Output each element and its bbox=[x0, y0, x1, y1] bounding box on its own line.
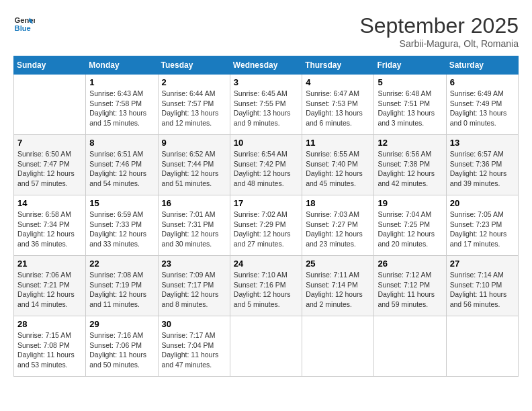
day-number: 26 bbox=[378, 259, 442, 269]
day-info: Sunrise: 6:55 AMSunset: 7:40 PMDaylight:… bbox=[306, 149, 370, 189]
calendar-week-row: 21Sunrise: 7:06 AMSunset: 7:21 PMDayligh… bbox=[14, 256, 519, 316]
day-number: 11 bbox=[306, 138, 370, 148]
day-info: Sunrise: 7:11 AMSunset: 7:14 PMDaylight:… bbox=[306, 270, 370, 310]
calendar-cell: 18Sunrise: 7:03 AMSunset: 7:27 PMDayligh… bbox=[302, 195, 374, 256]
day-number: 25 bbox=[306, 259, 370, 269]
calendar-week-row: 1Sunrise: 6:43 AMSunset: 7:58 PMDaylight… bbox=[14, 75, 519, 135]
calendar-cell: 14Sunrise: 6:58 AMSunset: 7:34 PMDayligh… bbox=[14, 195, 86, 256]
day-info: Sunrise: 7:08 AMSunset: 7:19 PMDaylight:… bbox=[89, 270, 154, 310]
day-info: Sunrise: 7:10 AMSunset: 7:16 PMDaylight:… bbox=[234, 270, 298, 310]
day-info: Sunrise: 6:58 AMSunset: 7:34 PMDaylight:… bbox=[17, 210, 82, 249]
day-info: Sunrise: 7:17 AMSunset: 7:04 PMDaylight:… bbox=[162, 330, 226, 370]
calendar-cell: 4Sunrise: 6:47 AMSunset: 7:53 PMDaylight… bbox=[302, 75, 374, 135]
calendar-cell: 30Sunrise: 7:17 AMSunset: 7:04 PMDayligh… bbox=[158, 316, 230, 377]
day-info: Sunrise: 7:16 AMSunset: 7:06 PMDaylight:… bbox=[89, 330, 154, 370]
calendar-cell: 12Sunrise: 6:56 AMSunset: 7:38 PMDayligh… bbox=[374, 135, 446, 195]
header-friday: Friday bbox=[374, 56, 446, 75]
calendar-cell: 23Sunrise: 7:09 AMSunset: 7:17 PMDayligh… bbox=[158, 256, 230, 316]
header-monday: Monday bbox=[86, 56, 158, 75]
calendar-cell: 7Sunrise: 6:50 AMSunset: 7:47 PMDaylight… bbox=[14, 135, 86, 195]
day-number: 12 bbox=[378, 138, 442, 148]
calendar-cell bbox=[230, 316, 302, 377]
day-info: Sunrise: 7:05 AMSunset: 7:23 PMDaylight:… bbox=[450, 210, 515, 249]
day-info: Sunrise: 6:43 AMSunset: 7:58 PMDaylight:… bbox=[89, 89, 154, 128]
calendar-cell bbox=[374, 316, 446, 377]
day-number: 9 bbox=[162, 138, 226, 148]
calendar-cell: 3Sunrise: 6:45 AMSunset: 7:55 PMDaylight… bbox=[230, 75, 302, 135]
calendar-cell: 16Sunrise: 7:01 AMSunset: 7:31 PMDayligh… bbox=[158, 195, 230, 256]
day-number: 14 bbox=[17, 198, 82, 208]
calendar-cell: 19Sunrise: 7:04 AMSunset: 7:25 PMDayligh… bbox=[374, 195, 446, 256]
calendar-cell bbox=[302, 316, 374, 377]
day-number: 18 bbox=[306, 198, 370, 208]
day-info: Sunrise: 6:47 AMSunset: 7:53 PMDaylight:… bbox=[306, 89, 370, 128]
calendar-cell: 1Sunrise: 6:43 AMSunset: 7:58 PMDaylight… bbox=[86, 75, 158, 135]
day-info: Sunrise: 7:03 AMSunset: 7:27 PMDaylight:… bbox=[306, 210, 370, 249]
header-wednesday: Wednesday bbox=[230, 56, 302, 75]
day-number: 6 bbox=[450, 77, 515, 87]
header-sunday: Sunday bbox=[14, 56, 86, 75]
calendar-cell: 25Sunrise: 7:11 AMSunset: 7:14 PMDayligh… bbox=[302, 256, 374, 316]
calendar-cell: 29Sunrise: 7:16 AMSunset: 7:06 PMDayligh… bbox=[86, 316, 158, 377]
logo-icon: General Blue bbox=[13, 13, 35, 35]
calendar-cell: 15Sunrise: 6:59 AMSunset: 7:33 PMDayligh… bbox=[86, 195, 158, 256]
day-info: Sunrise: 6:54 AMSunset: 7:42 PMDaylight:… bbox=[234, 149, 298, 189]
day-number: 19 bbox=[378, 198, 442, 208]
day-number: 4 bbox=[306, 77, 370, 87]
day-number: 15 bbox=[89, 198, 154, 208]
day-number: 3 bbox=[234, 77, 298, 87]
calendar-cell: 17Sunrise: 7:02 AMSunset: 7:29 PMDayligh… bbox=[230, 195, 302, 256]
calendar-cell: 21Sunrise: 7:06 AMSunset: 7:21 PMDayligh… bbox=[14, 256, 86, 316]
day-info: Sunrise: 6:59 AMSunset: 7:33 PMDaylight:… bbox=[89, 210, 154, 249]
day-number: 16 bbox=[162, 198, 226, 208]
day-info: Sunrise: 7:04 AMSunset: 7:25 PMDaylight:… bbox=[378, 210, 442, 249]
day-info: Sunrise: 6:51 AMSunset: 7:46 PMDaylight:… bbox=[89, 149, 154, 189]
calendar-cell: 22Sunrise: 7:08 AMSunset: 7:19 PMDayligh… bbox=[86, 256, 158, 316]
calendar-cell: 28Sunrise: 7:15 AMSunset: 7:08 PMDayligh… bbox=[14, 316, 86, 377]
day-info: Sunrise: 6:44 AMSunset: 7:57 PMDaylight:… bbox=[162, 89, 226, 128]
day-number: 30 bbox=[162, 319, 226, 329]
day-number: 21 bbox=[17, 259, 82, 269]
day-number: 5 bbox=[378, 77, 442, 87]
day-info: Sunrise: 6:49 AMSunset: 7:49 PMDaylight:… bbox=[450, 89, 515, 128]
calendar-cell: 2Sunrise: 6:44 AMSunset: 7:57 PMDaylight… bbox=[158, 75, 230, 135]
calendar-week-row: 14Sunrise: 6:58 AMSunset: 7:34 PMDayligh… bbox=[14, 195, 519, 256]
day-number: 2 bbox=[162, 77, 226, 87]
calendar-cell: 10Sunrise: 6:54 AMSunset: 7:42 PMDayligh… bbox=[230, 135, 302, 195]
day-info: Sunrise: 7:12 AMSunset: 7:12 PMDaylight:… bbox=[378, 270, 442, 310]
calendar-cell bbox=[446, 316, 518, 377]
calendar-cell: 5Sunrise: 6:48 AMSunset: 7:51 PMDaylight… bbox=[374, 75, 446, 135]
calendar-cell: 8Sunrise: 6:51 AMSunset: 7:46 PMDaylight… bbox=[86, 135, 158, 195]
day-info: Sunrise: 6:57 AMSunset: 7:36 PMDaylight:… bbox=[450, 149, 515, 189]
day-info: Sunrise: 6:45 AMSunset: 7:55 PMDaylight:… bbox=[234, 89, 298, 128]
day-info: Sunrise: 7:06 AMSunset: 7:21 PMDaylight:… bbox=[17, 270, 82, 310]
logo: General Blue bbox=[13, 13, 35, 35]
calendar-cell bbox=[14, 75, 86, 135]
day-info: Sunrise: 7:09 AMSunset: 7:17 PMDaylight:… bbox=[162, 270, 226, 310]
day-info: Sunrise: 6:48 AMSunset: 7:51 PMDaylight:… bbox=[378, 89, 442, 128]
calendar-week-row: 28Sunrise: 7:15 AMSunset: 7:08 PMDayligh… bbox=[14, 316, 519, 377]
day-info: Sunrise: 7:15 AMSunset: 7:08 PMDaylight:… bbox=[17, 330, 82, 370]
day-number: 7 bbox=[17, 138, 82, 148]
day-number: 27 bbox=[450, 259, 515, 269]
calendar-header-row: SundayMondayTuesdayWednesdayThursdayFrid… bbox=[14, 56, 519, 75]
calendar-cell: 11Sunrise: 6:55 AMSunset: 7:40 PMDayligh… bbox=[302, 135, 374, 195]
day-number: 23 bbox=[162, 259, 226, 269]
day-number: 22 bbox=[89, 259, 154, 269]
month-title: September 2025 bbox=[359, 13, 519, 38]
header: General Blue September 2025 Sarbii-Magur… bbox=[13, 13, 519, 49]
day-number: 17 bbox=[234, 198, 298, 208]
calendar-cell: 20Sunrise: 7:05 AMSunset: 7:23 PMDayligh… bbox=[446, 195, 518, 256]
day-number: 1 bbox=[89, 77, 154, 87]
title-area: September 2025 Sarbii-Magura, Olt, Roman… bbox=[359, 13, 519, 49]
day-number: 28 bbox=[17, 319, 82, 329]
day-info: Sunrise: 6:56 AMSunset: 7:38 PMDaylight:… bbox=[378, 149, 442, 189]
day-number: 8 bbox=[89, 138, 154, 148]
day-number: 10 bbox=[234, 138, 298, 148]
subtitle: Sarbii-Magura, Olt, Romania bbox=[359, 38, 519, 49]
calendar-cell: 6Sunrise: 6:49 AMSunset: 7:49 PMDaylight… bbox=[446, 75, 518, 135]
header-thursday: Thursday bbox=[302, 56, 374, 75]
calendar-cell: 24Sunrise: 7:10 AMSunset: 7:16 PMDayligh… bbox=[230, 256, 302, 316]
day-number: 20 bbox=[450, 198, 515, 208]
svg-text:Blue: Blue bbox=[15, 24, 31, 32]
